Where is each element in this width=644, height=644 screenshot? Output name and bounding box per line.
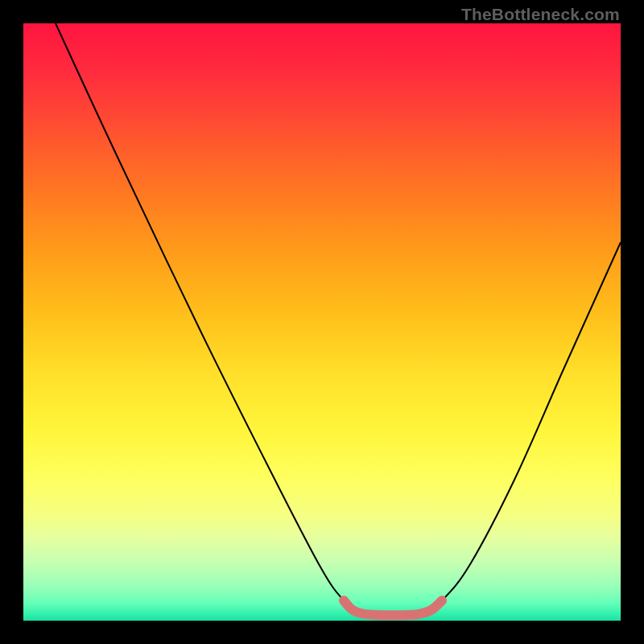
watermark-label: TheBottleneck.com	[461, 5, 620, 24]
chart-gradient-background	[23, 23, 621, 621]
chart-outer: TheBottleneck.com	[0, 0, 644, 644]
